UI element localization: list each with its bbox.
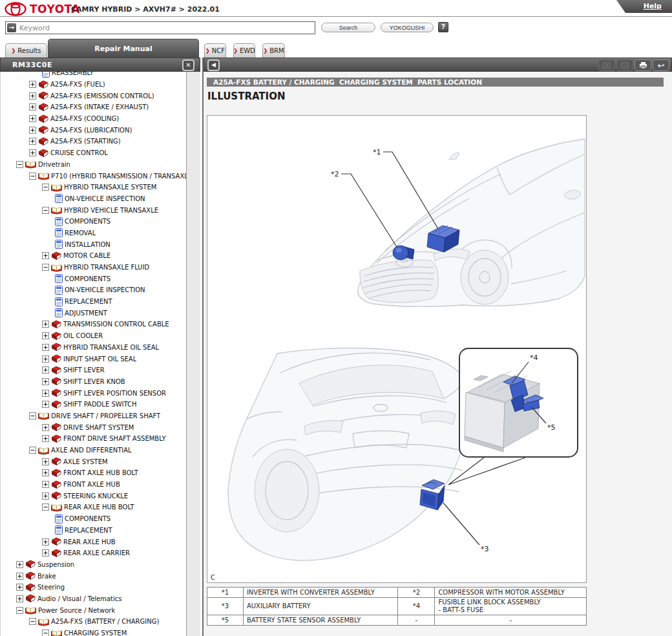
tree-item[interactable]: SHIFT LEVER POSITION SENSOR bbox=[1, 387, 186, 399]
expander-plus-icon[interactable] bbox=[42, 252, 49, 259]
expander-plus-icon[interactable] bbox=[29, 115, 36, 122]
search-button[interactable]: Search bbox=[321, 23, 375, 32]
tree-item[interactable]: ON-VEHICLE INSPECTION bbox=[1, 284, 186, 296]
expander-plus-icon[interactable] bbox=[42, 344, 49, 351]
hide-sidebar-button[interactable]: ◀ bbox=[207, 59, 220, 71]
tree-item[interactable]: FRONT AXLE HUB bbox=[1, 479, 186, 491]
expander-plus-icon[interactable] bbox=[29, 81, 36, 88]
tree-item[interactable]: OIL COOLER bbox=[1, 330, 186, 342]
tree-item[interactable]: INSTALLATION bbox=[1, 238, 186, 250]
help-button[interactable]: Help bbox=[616, 0, 672, 13]
tree-item[interactable]: REPLACEMENT bbox=[1, 525, 186, 536]
tab-ncf[interactable]: ❯NCF bbox=[204, 43, 226, 58]
expander-minus-icon[interactable] bbox=[29, 447, 36, 454]
expander-plus-icon[interactable] bbox=[29, 138, 36, 145]
tab-results[interactable]: ❯Results bbox=[5, 43, 47, 58]
tree-item[interactable]: A25A-FXS (EMISSION CONTROL) bbox=[1, 90, 186, 101]
expander-minus-icon[interactable] bbox=[29, 412, 36, 419]
tree-item[interactable]: AXLE AND DIFFERENTIAL bbox=[1, 445, 186, 456]
expander-plus-icon[interactable] bbox=[16, 595, 23, 602]
expander-minus-icon[interactable] bbox=[42, 207, 49, 214]
expander-plus-icon[interactable] bbox=[42, 332, 49, 339]
tree-item[interactable]: COMPONENTS bbox=[1, 513, 186, 525]
tree-item[interactable]: COMPONENTS bbox=[1, 216, 186, 228]
tree-item[interactable]: HYBRID TRANSAXLE FLUID bbox=[1, 262, 186, 273]
expander-minus-icon[interactable] bbox=[42, 504, 49, 511]
expander-plus-icon[interactable] bbox=[42, 424, 49, 431]
tree-item[interactable]: DRIVE SHAFT SYSTEM bbox=[1, 421, 186, 433]
tree-item[interactable]: REASSEMBLY bbox=[1, 72, 186, 79]
tree-item[interactable]: CRUISE CONTROL bbox=[1, 147, 186, 159]
tree-item[interactable]: A25A-FXS (COOLING) bbox=[1, 113, 186, 125]
expander-plus-icon[interactable] bbox=[29, 103, 36, 111]
tree-item[interactable]: A25A-FXS (LUBRICATION) bbox=[1, 124, 186, 136]
tree-item[interactable]: SHIFT LEVER KNOB bbox=[1, 376, 186, 388]
tree-item[interactable]: FRONT AXLE HUB BOLT bbox=[1, 467, 186, 479]
expander-plus-icon[interactable] bbox=[42, 366, 49, 374]
tree-item[interactable]: REAR AXLE HUB BOLT bbox=[1, 502, 186, 513]
tree-item[interactable]: Drivetrain bbox=[1, 159, 186, 171]
tree-item[interactable]: INPUT SHAFT OIL SEAL bbox=[1, 353, 186, 365]
tree-item[interactable]: ON-VEHICLE INSPECTION bbox=[1, 193, 186, 205]
tree-item[interactable]: P710 (HYBRID TRANSMISSION / TRANSAXLE) bbox=[1, 170, 186, 182]
tree-item[interactable]: HYBRID TRANSAXLE OIL SEAL bbox=[1, 342, 186, 354]
keyword-input[interactable] bbox=[18, 23, 312, 33]
expander-plus-icon[interactable] bbox=[29, 127, 36, 134]
expander-plus-icon[interactable] bbox=[42, 469, 49, 476]
tree-item[interactable]: FRONT DRIVE SHAFT ASSEMBLY bbox=[1, 433, 186, 445]
expander-minus-icon[interactable] bbox=[42, 630, 49, 636]
tree-item[interactable]: A25A-FXS (INTAKE / EXHAUST) bbox=[1, 101, 186, 113]
expander-plus-icon[interactable] bbox=[42, 378, 49, 385]
print-button[interactable] bbox=[635, 59, 651, 71]
text-zoom-in-button[interactable] bbox=[598, 59, 615, 71]
expander-minus-icon[interactable] bbox=[29, 173, 36, 180]
tree-item[interactable]: AXLE SYSTEM bbox=[1, 456, 186, 467]
go-arrow-icon[interactable]: → bbox=[7, 23, 16, 32]
expander-plus-icon[interactable] bbox=[42, 481, 49, 488]
tree-item[interactable]: COMPONENTS bbox=[1, 273, 186, 284]
text-zoom-out-button[interactable] bbox=[616, 59, 633, 71]
tree-item[interactable]: Power Source / Network bbox=[1, 604, 186, 616]
expander-minus-icon[interactable] bbox=[16, 607, 23, 614]
tab-repair-manual[interactable]: Repair Manual bbox=[48, 39, 199, 58]
tree-item[interactable]: Steering bbox=[1, 582, 186, 593]
tree-item[interactable]: TRANSMISSION CONTROL CABLE bbox=[1, 319, 186, 330]
expander-plus-icon[interactable] bbox=[42, 355, 49, 363]
tree-item[interactable]: HYBRID TRANSAXLE SYSTEM bbox=[1, 182, 186, 193]
expander-minus-icon[interactable] bbox=[42, 264, 49, 271]
tree-item[interactable]: MOTOR CABLE bbox=[1, 250, 186, 262]
expander-plus-icon[interactable] bbox=[16, 561, 23, 568]
tab-brm[interactable]: ❯BRM bbox=[262, 43, 285, 58]
back-button[interactable]: ↩ bbox=[653, 59, 669, 71]
expander-plus-icon[interactable] bbox=[16, 573, 23, 580]
expander-plus-icon[interactable] bbox=[42, 435, 49, 442]
tree-item[interactable]: HYBRID VEHICLE TRANSAXLE bbox=[1, 204, 186, 216]
tree-item[interactable]: REMOVAL bbox=[1, 228, 186, 239]
tree-item[interactable]: REAR AXLE CARRIER bbox=[1, 547, 186, 559]
expander-plus-icon[interactable] bbox=[42, 538, 49, 546]
sidebar-close-button[interactable]: ✕ bbox=[182, 59, 194, 71]
expander-minus-icon[interactable] bbox=[42, 184, 49, 191]
expander-plus-icon[interactable] bbox=[42, 493, 49, 500]
tree-item[interactable]: A25A-FXS (STARTING) bbox=[1, 136, 186, 147]
tree-item[interactable]: A25A-FXS (BATTERY / CHARGING) bbox=[1, 616, 186, 628]
expander-plus-icon[interactable] bbox=[42, 549, 49, 556]
tree-item[interactable]: STEERING KNUCKLE bbox=[1, 490, 186, 502]
tab-ewd[interactable]: ❯EWD bbox=[233, 43, 255, 58]
expander-plus-icon[interactable] bbox=[29, 149, 36, 156]
expander-plus-icon[interactable] bbox=[42, 458, 49, 465]
tree-item[interactable]: A25A-FXS (FUEL) bbox=[1, 79, 186, 90]
tree-item[interactable]: Brake bbox=[1, 570, 186, 582]
expander-plus-icon[interactable] bbox=[29, 92, 36, 100]
tree-item[interactable]: Audio / Visual / Telematics bbox=[1, 593, 186, 605]
tree-item[interactable]: ADJUSTMENT bbox=[1, 307, 186, 319]
expander-plus-icon[interactable] bbox=[42, 401, 49, 408]
tree-item[interactable]: CHARGING SYSTEM bbox=[1, 628, 186, 636]
expander-minus-icon[interactable] bbox=[29, 618, 36, 625]
yokogushi-button[interactable]: YOKOGUSHI bbox=[381, 23, 434, 32]
tree-item[interactable]: DRIVE SHAFT / PROPELLER SHAFT bbox=[1, 410, 186, 422]
expander-plus-icon[interactable] bbox=[42, 321, 49, 328]
tree-item[interactable]: Suspension bbox=[1, 559, 186, 571]
tree-item[interactable]: REPLACEMENT bbox=[1, 296, 186, 308]
tree-item[interactable]: SHIFT LEVER bbox=[1, 365, 186, 376]
